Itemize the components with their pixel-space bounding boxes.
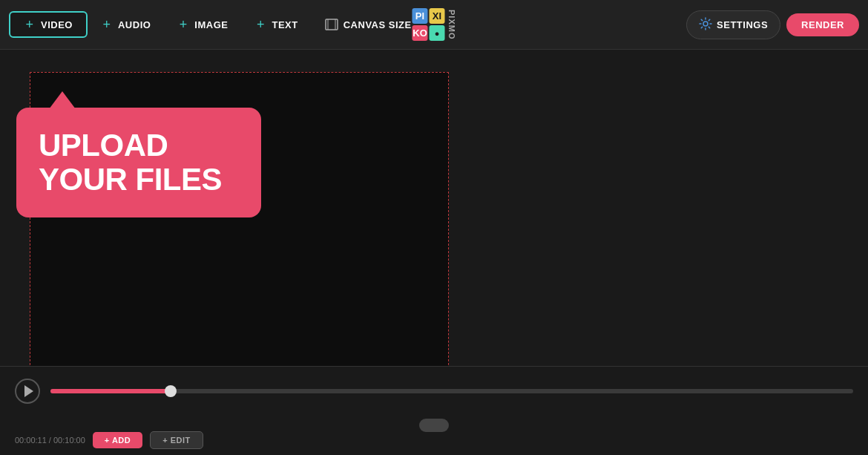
canvas-size-button[interactable]: CANVAS SIZE xyxy=(312,12,425,37)
plus-icon-audio xyxy=(101,19,113,30)
timeline-controls-row: 00:00:11 / 00:10:00 + ADD + EDIT xyxy=(15,431,853,449)
audio-button[interactable]: AUDIO xyxy=(88,13,164,36)
audio-label: AUDIO xyxy=(118,19,151,30)
toolbar: VIDEO AUDIO IMAGE TEXT CANVAS SIZE xyxy=(0,0,868,50)
edit-clip-button[interactable]: + EDIT xyxy=(150,431,203,449)
logo-xi: XI xyxy=(430,8,445,24)
text-button[interactable]: TEXT xyxy=(241,13,311,36)
video-label: VIDEO xyxy=(41,19,73,30)
image-button[interactable]: IMAGE xyxy=(164,13,241,36)
render-button[interactable]: RENDER xyxy=(786,13,859,36)
logo-ko: KO xyxy=(412,25,428,41)
time-display: 00:00:11 / 00:10:00 xyxy=(15,436,85,445)
play-icon xyxy=(24,385,33,397)
logo-pixmo: ● xyxy=(430,25,445,41)
add-clip-button[interactable]: + ADD xyxy=(93,432,142,448)
logo-grid: PI XI KO ● xyxy=(412,8,445,41)
plus-icon-text xyxy=(254,19,266,30)
progress-handle[interactable] xyxy=(165,385,177,397)
settings-button[interactable]: SETTINGS xyxy=(686,10,780,39)
settings-label: SETTINGS xyxy=(717,19,768,30)
logo-pi: PI xyxy=(412,8,428,24)
gear-icon xyxy=(699,17,712,33)
toolbar-left: VIDEO AUDIO IMAGE TEXT CANVAS SIZE xyxy=(9,11,686,38)
canvas-size-icon xyxy=(325,18,338,31)
timeline-scroll-row xyxy=(15,419,853,432)
toolbar-right: SETTINGS RENDER xyxy=(686,10,859,39)
svg-point-1 xyxy=(703,22,708,26)
upload-title: UPLOAD YOUR FILES xyxy=(39,128,239,197)
render-label: RENDER xyxy=(801,19,844,30)
plus-icon-image xyxy=(177,19,189,30)
playback-row xyxy=(15,379,853,404)
progress-bar[interactable] xyxy=(50,389,853,393)
app-logo: PI XI KO ● PIXMO xyxy=(412,8,456,41)
canvas-area: UPLOAD YOUR FILES 00:00: xyxy=(0,50,868,455)
text-label: TEXT xyxy=(272,19,297,30)
upload-bubble-content: UPLOAD YOUR FILES xyxy=(16,108,261,217)
plus-icon-video xyxy=(24,19,36,30)
play-button[interactable] xyxy=(15,379,40,404)
svg-rect-0 xyxy=(326,19,338,30)
logo-text: PIXMO xyxy=(447,10,456,39)
progress-fill xyxy=(50,389,171,393)
image-label: IMAGE xyxy=(194,19,228,30)
main-area: UPLOAD YOUR FILES 00:00: xyxy=(0,50,868,455)
upload-bubble[interactable]: UPLOAD YOUR FILES xyxy=(16,108,261,217)
canvas-size-label: CANVAS SIZE xyxy=(343,19,412,30)
timeline-scroll-thumb[interactable] xyxy=(419,419,449,432)
timeline: 00:00:11 / 00:10:00 + ADD + EDIT xyxy=(0,366,868,455)
video-button[interactable]: VIDEO xyxy=(9,11,88,38)
